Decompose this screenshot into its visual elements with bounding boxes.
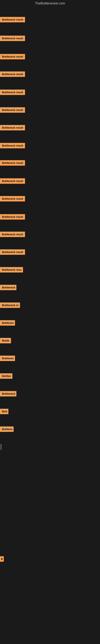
bottleneck-item-17: Bottleneck re — [0, 302, 20, 309]
bottleneck-badge-24[interactable]: Bottlene — [0, 426, 14, 432]
bottleneck-item-15: Bottleneck resu — [0, 267, 23, 273]
bottleneck-badge-11[interactable]: Bottleneck result — [0, 196, 25, 202]
empty-section-1 — [0, 456, 100, 496]
bottleneck-item-11: Bottleneck result — [0, 196, 25, 202]
empty-section-2 — [0, 570, 100, 641]
bottleneck-item-5: Bottleneck result — [0, 90, 25, 96]
bottleneck-badge-17[interactable]: Bottleneck re — [0, 302, 20, 308]
bottleneck-badge-3[interactable]: Bottleneck result — [0, 54, 25, 59]
bottleneck-badge-single[interactable]: B — [0, 556, 4, 562]
bottleneck-badge-8[interactable]: Bottleneck result — [0, 143, 25, 148]
bottleneck-item-2: Bottleneck result — [0, 36, 25, 42]
bottleneck-item-22: Bottleneck — [0, 391, 16, 397]
bottleneck-item-9: Bottleneck result — [0, 160, 25, 166]
bottleneck-badge-6[interactable]: Bottleneck result — [0, 107, 25, 113]
bottleneck-item-7: Bottleneck result — [0, 125, 25, 131]
bottleneck-item-14: Bottleneck result — [0, 249, 25, 256]
bottleneck-badge-5[interactable]: Bottleneck result — [0, 90, 25, 95]
bottleneck-badge-1[interactable]: Bottleneck result — [0, 17, 25, 22]
bottleneck-item-13: Bottleneck result — [0, 232, 25, 238]
bottleneck-badge-10[interactable]: Bottleneck result — [0, 178, 25, 184]
bottleneck-badge-23[interactable]: Bott — [0, 409, 8, 414]
page-container: TheBottlenecker.com Bottleneck result Bo… — [0, 0, 100, 641]
bottleneck-item-16: Bottleneck — [0, 285, 16, 291]
bottleneck-badge-18[interactable]: Bottlenec — [0, 320, 15, 326]
bottleneck-badge-9[interactable]: Bottleneck result — [0, 160, 25, 166]
bottleneck-item-12: Bottleneck result — [0, 214, 25, 220]
bottleneck-badge-14[interactable]: Bottleneck result — [0, 249, 25, 255]
bottleneck-item-21: Bottlen — [0, 373, 12, 380]
bottleneck-item-18: Bottlenec — [0, 320, 15, 326]
bottleneck-badge-2[interactable]: Bottleneck result — [0, 36, 25, 41]
bottleneck-badge-22[interactable]: Bottleneck — [0, 391, 16, 396]
bottleneck-item-19: Bottle — [0, 338, 11, 344]
bottleneck-item-8: Bottleneck result — [0, 143, 25, 149]
text-cursor — [1, 444, 1, 450]
bottleneck-item-10: Bottleneck result — [0, 178, 25, 184]
bottleneck-badge-21[interactable]: Bottlen — [0, 373, 12, 379]
bottleneck-badge-7[interactable]: Bottleneck result — [0, 125, 25, 130]
site-title: TheBottlenecker.com — [0, 0, 100, 7]
bottleneck-item-3: Bottleneck result — [0, 54, 25, 60]
bottleneck-item-1: Bottleneck result — [0, 17, 25, 23]
bottleneck-item-24: Bottlene — [0, 426, 14, 433]
bottleneck-badge-4[interactable]: Bottleneck result — [0, 72, 25, 77]
bottleneck-badge-15[interactable]: Bottleneck resu — [0, 267, 23, 272]
site-title-text: TheBottlenecker.com — [35, 2, 65, 5]
bottleneck-item-6: Bottleneck result — [0, 107, 25, 114]
bottleneck-item-single: B — [0, 556, 4, 562]
bottleneck-badge-13[interactable]: Bottleneck result — [0, 232, 25, 237]
bottleneck-item-23: Bott — [0, 409, 8, 415]
bottleneck-item-4: Bottleneck result — [0, 72, 25, 78]
bottleneck-badge-12[interactable]: Bottleneck result — [0, 214, 25, 220]
bottleneck-item-20: Bottlenec — [0, 356, 15, 362]
bottleneck-badge-20[interactable]: Bottlenec — [0, 356, 15, 361]
bottleneck-badge-19[interactable]: Bottle — [0, 338, 11, 343]
bottleneck-badge-16[interactable]: Bottleneck — [0, 285, 16, 290]
